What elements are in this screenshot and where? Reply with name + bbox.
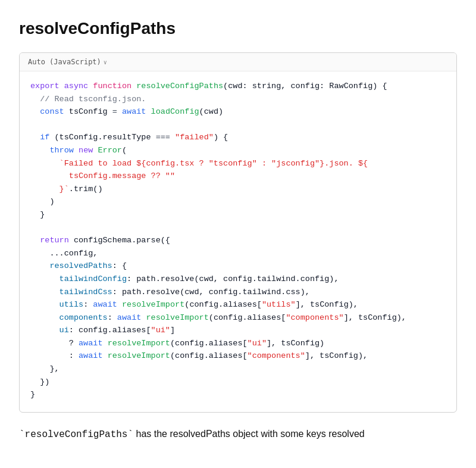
code-language-selector[interactable]: Auto (JavaScript) ∨: [20, 53, 456, 71]
language-label: Auto (JavaScript): [28, 58, 101, 66]
description-text: has the resolvedPaths object with some k…: [133, 429, 365, 439]
description: `resolveConfigPaths` has the resolvedPat…: [19, 427, 457, 442]
chevron-down-icon: ∨: [104, 59, 107, 65]
code-container: Auto (JavaScript) ∨ export async functio…: [19, 52, 457, 413]
page-title: resolveConfigPaths: [19, 19, 457, 38]
description-code-ref: `resolveConfigPaths`: [19, 429, 133, 440]
code-block: export async function resolveConfigPaths…: [20, 71, 456, 412]
